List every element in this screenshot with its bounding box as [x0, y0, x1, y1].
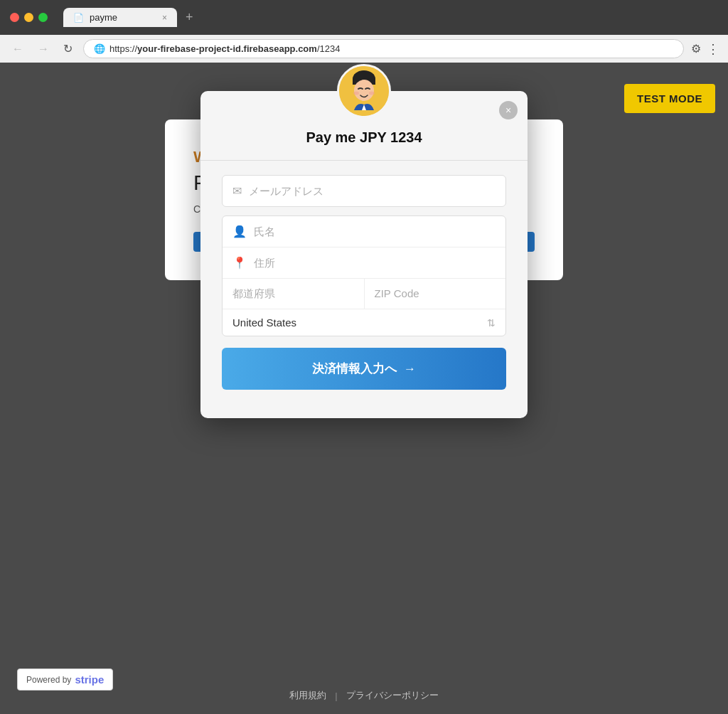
tab-title: payme [90, 12, 117, 23]
country-select[interactable]: United States Japan United Kingdom Canad… [232, 316, 484, 329]
submit-button[interactable]: 決済情報入力へ → [222, 348, 506, 390]
url-text: https://your-firebase-project-id.firebas… [109, 43, 340, 54]
tab-close-button[interactable]: × [162, 13, 167, 23]
email-icon: ✉ [232, 184, 242, 198]
svg-point-3 [354, 80, 374, 101]
prefecture-zip-row [223, 279, 505, 309]
avatar-svg [339, 66, 389, 116]
select-arrows-icon: ⇅ [487, 317, 496, 329]
stripe-logo: stripe [75, 673, 104, 686]
modal-overlay: × Pay me JPY 1234 ✉ 👤 [0, 63, 728, 714]
avatar [337, 64, 391, 118]
zip-cell [365, 279, 506, 309]
page-footer: Powered by stripe 利用規約 | プライバシーポリシー [0, 689, 728, 702]
footer-links: 利用規約 | プライバシーポリシー [289, 689, 438, 702]
title-bar: 📄 payme × + [0, 0, 728, 35]
email-input[interactable] [249, 185, 496, 197]
name-input[interactable] [254, 225, 496, 238]
terms-link[interactable]: 利用規約 [289, 689, 326, 702]
stripe-badge: Powered by stripe [17, 668, 113, 691]
traffic-lights [10, 13, 48, 22]
reload-button[interactable]: ↻ [60, 41, 76, 57]
nav-actions: ⚙ ⋮ [691, 41, 719, 57]
prefecture-input[interactable] [232, 287, 354, 299]
powered-by-text: Powered by [26, 675, 71, 685]
email-field-container: ✉ [222, 175, 506, 207]
page-background: TEST MODE Welc... Pay... Click... [0, 63, 728, 714]
submit-label: 決済情報入力へ [312, 361, 397, 377]
country-row: United States Japan United Kingdom Canad… [223, 309, 505, 336]
footer-separator: | [335, 691, 337, 701]
address-bar[interactable]: 🌐 https://your-firebase-project-id.fireb… [83, 39, 684, 58]
modal-divider [200, 160, 528, 161]
payment-modal: × Pay me JPY 1234 ✉ 👤 [200, 91, 528, 418]
close-window-button[interactable] [10, 13, 19, 22]
privacy-link[interactable]: プライバシーポリシー [346, 689, 439, 702]
address-form-group: 👤 📍 [222, 215, 506, 336]
tab-bar: 📄 payme × + [53, 7, 209, 28]
name-row: 👤 [223, 216, 505, 247]
person-icon: 👤 [232, 225, 247, 238]
back-button[interactable]: ← [9, 41, 27, 57]
svg-point-5 [369, 92, 375, 95]
address-row: 📍 [223, 247, 505, 279]
svg-point-4 [353, 92, 359, 95]
forward-button[interactable]: → [34, 41, 53, 57]
globe-icon: 🌐 [94, 43, 105, 54]
submit-arrow-icon: → [404, 362, 416, 376]
zip-input[interactable] [375, 287, 496, 299]
menu-icon[interactable]: ⋮ [707, 41, 719, 57]
active-tab[interactable]: 📄 payme × [63, 8, 177, 27]
extensions-icon[interactable]: ⚙ [691, 42, 701, 55]
address-input[interactable] [254, 257, 496, 269]
maximize-window-button[interactable] [38, 13, 48, 22]
modal-body: ✉ 👤 📍 [200, 175, 528, 390]
minimize-window-button[interactable] [24, 13, 33, 22]
nav-bar: ← → ↻ 🌐 https://your-firebase-project-id… [0, 35, 728, 63]
modal-title: Pay me JPY 1234 [200, 129, 528, 146]
browser-chrome: 📄 payme × + ← → ↻ 🌐 https://your-firebas… [0, 0, 728, 63]
new-tab-button[interactable]: + [180, 7, 199, 28]
close-icon: × [505, 105, 511, 116]
modal-close-button[interactable]: × [499, 101, 518, 119]
avatar-wrap [200, 64, 528, 118]
location-icon: 📍 [232, 256, 247, 270]
prefecture-cell [223, 279, 365, 309]
tab-page-icon: 📄 [73, 13, 84, 23]
